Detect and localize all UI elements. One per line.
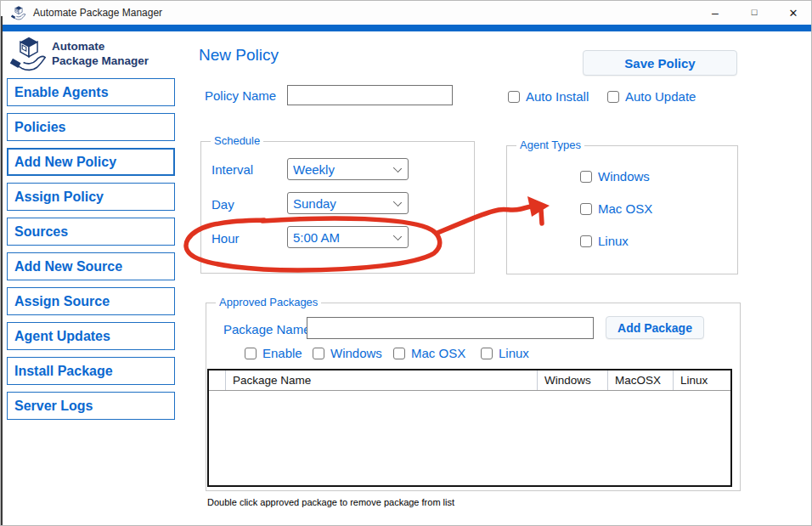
auto-install-option: Auto Install — [508, 89, 589, 104]
page-title: New Policy — [199, 46, 279, 65]
interval-label: Interval — [211, 162, 253, 177]
interval-select-wrap: Weekly — [287, 158, 409, 180]
day-label: Day — [211, 197, 234, 212]
filter-enable-checkbox[interactable] — [245, 348, 257, 359]
policy-name-label: Policy Name — [205, 88, 276, 103]
close-icon[interactable]: ✕ — [774, 1, 812, 25]
day-select-wrap: Sunday — [287, 192, 409, 214]
filter-windows-checkbox[interactable] — [313, 348, 324, 359]
accent-strip — [1, 25, 812, 31]
window-left-border — [1, 16, 3, 525]
agent-macosx-label: Mac OSX — [598, 201, 652, 216]
app-name-line1: Automate — [52, 39, 149, 54]
sidebar-item-agent-updates[interactable]: Agent Updates — [7, 322, 175, 350]
table-header-row: Package Name Windows MacOSX Linux — [209, 370, 730, 391]
remove-package-hint: Double click approved package to remove … — [207, 497, 454, 507]
app-name-line2: Package Manager — [52, 54, 149, 68]
sidebar-item-server-logs[interactable]: Server Logs — [7, 392, 175, 420]
sidebar-item-install-package[interactable]: Install Package — [7, 357, 175, 385]
auto-update-label: Auto Update — [625, 89, 696, 104]
hour-select-wrap: 5:00 AM — [287, 226, 409, 248]
sidebar-item-enable-agents[interactable]: Enable Agents — [7, 78, 175, 106]
agent-macosx-checkbox[interactable] — [580, 203, 592, 215]
window-title: Automate Package Manager — [33, 7, 162, 19]
title-bar: Automate Package Manager – □ ✕ — [1, 1, 812, 25]
filter-macosx-checkbox[interactable] — [393, 348, 405, 359]
filter-macosx-option: Mac OSX — [393, 346, 465, 360]
table-header-package-name: Package Name — [226, 370, 538, 390]
table-body-empty[interactable] — [209, 391, 730, 485]
hour-label: Hour — [211, 231, 240, 246]
sidebar-item-assign-source[interactable]: Assign Source — [7, 287, 175, 315]
save-policy-button[interactable]: Save Policy — [583, 50, 737, 76]
agent-linux-checkbox[interactable] — [580, 235, 592, 247]
table-header-macosx: MacOSX — [608, 370, 674, 390]
filter-macosx-label: Mac OSX — [411, 346, 465, 360]
agent-windows-label: Windows — [598, 169, 650, 184]
agent-types-legend: Agent Types — [516, 139, 584, 151]
package-name-input[interactable] — [307, 317, 594, 339]
approved-packages-legend: Approved Packages — [216, 296, 321, 308]
agent-linux-label: Linux — [598, 234, 629, 248]
add-package-button[interactable]: Add Package — [606, 316, 704, 339]
day-select[interactable]: Sunday — [287, 192, 409, 214]
schedule-legend: Schedule — [211, 134, 263, 147]
maximize-icon[interactable]: □ — [735, 1, 774, 25]
app-logo-icon — [11, 5, 26, 20]
agent-macosx-option: Mac OSX — [580, 201, 652, 216]
hour-select[interactable]: 5:00 AM — [287, 226, 409, 248]
app-branding: Automate Package Manager — [9, 35, 149, 72]
sidebar-item-sources[interactable]: Sources — [7, 218, 175, 246]
interval-select[interactable]: Weekly — [287, 158, 409, 180]
agent-windows-checkbox[interactable] — [580, 171, 592, 183]
hand-box-logo-icon — [9, 35, 48, 72]
app-name: Automate Package Manager — [52, 39, 149, 68]
filter-enable-label: Enable — [262, 346, 302, 360]
auto-update-checkbox[interactable] — [607, 91, 619, 103]
filter-enable-option: Enable — [245, 346, 302, 360]
filter-linux-label: Linux — [499, 346, 529, 360]
table-header-windows: Windows — [538, 370, 608, 390]
auto-install-label: Auto Install — [526, 89, 589, 104]
sidebar-item-add-new-source[interactable]: Add New Source — [7, 252, 175, 280]
minimize-icon[interactable]: – — [696, 1, 735, 25]
filter-linux-checkbox[interactable] — [481, 348, 493, 359]
table-header-linux: Linux — [674, 370, 730, 390]
window-controls: – □ ✕ — [696, 1, 812, 25]
approved-packages-table[interactable]: Package Name Windows MacOSX Linux — [207, 369, 732, 487]
auto-install-checkbox[interactable] — [508, 91, 520, 103]
sidebar-item-add-new-policy[interactable]: Add New Policy — [7, 148, 175, 176]
sidebar-item-policies[interactable]: Policies — [7, 113, 175, 141]
policy-name-input[interactable] — [287, 85, 453, 105]
filter-windows-label: Windows — [330, 346, 382, 360]
agent-windows-option: Windows — [580, 169, 650, 184]
filter-linux-option: Linux — [481, 346, 529, 360]
app-window: Automate Package Manager – □ ✕ Automate … — [0, 0, 812, 526]
agent-linux-option: Linux — [580, 234, 629, 248]
table-header-selector — [209, 370, 226, 390]
filter-windows-option: Windows — [313, 346, 382, 360]
sidebar: Enable Agents Policies Add New Policy As… — [7, 78, 175, 420]
auto-update-option: Auto Update — [607, 89, 696, 104]
sidebar-item-assign-policy[interactable]: Assign Policy — [7, 183, 175, 211]
package-name-label: Package Name — [223, 322, 311, 337]
